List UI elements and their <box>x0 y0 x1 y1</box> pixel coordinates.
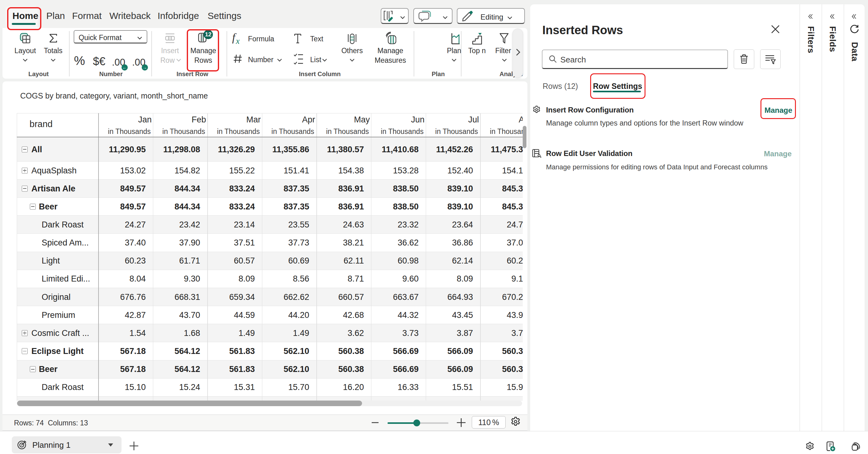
svg-text:x: x <box>236 36 240 44</box>
